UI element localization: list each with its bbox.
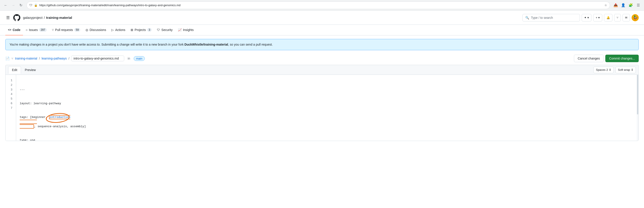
info-banner-text-after: , so you can send a pull request. [228, 43, 273, 46]
repo-owner[interactable]: galaxyproject [23, 16, 42, 20]
edit-tab[interactable]: Edit [8, 66, 21, 74]
security-icon: 🛡 [157, 28, 160, 32]
breadcrumb-sep-1: / [39, 57, 40, 60]
info-banner: You're making changes in a project you d… [5, 39, 639, 50]
hamburger-button[interactable]: ☰ [5, 14, 10, 21]
tab-code[interactable]: <> Code [5, 25, 23, 35]
extensions-icon[interactable]: 🧩 [628, 2, 634, 9]
repo-path: galaxyproject / training-material [23, 16, 72, 20]
search-icon: 🔍 [525, 16, 529, 20]
tab-security[interactable]: 🛡 Security [154, 25, 175, 35]
tab-insights[interactable]: 📈 Insights [175, 25, 196, 35]
line-num-1: 1 [9, 78, 14, 83]
tab-insights-label: Insights [183, 28, 194, 32]
branch-badge: main [134, 56, 145, 61]
browser-chrome: ← → ↻ 🛡 🔒 https://github.com/galaxyproje… [0, 0, 644, 11]
in-label: in [128, 57, 130, 60]
copilot-icon: ✦ [584, 16, 586, 19]
git-compare-button[interactable]: ⑂ [614, 14, 621, 22]
info-banner-text-before: You're making changes in a project you d… [10, 43, 184, 46]
tab-security-label: Security [161, 28, 172, 32]
plus-button[interactable]: + ▾ [593, 14, 602, 22]
code-line-4: type: use [20, 138, 635, 141]
softwrap-label: Soft wrap [618, 68, 630, 72]
insights-icon: 📈 [178, 28, 182, 32]
file-icon: 📄 [5, 56, 10, 61]
back-button[interactable]: ← [3, 2, 9, 9]
code-editor[interactable]: 1 2 3 4 5 6 7 --- layout: learning-pathw… [5, 75, 639, 141]
inbox-button[interactable]: ✉ [622, 14, 630, 22]
issues-badge: 297 [39, 28, 47, 32]
tab-code-label: Code [12, 28, 20, 32]
star-icon: ☆ [604, 4, 607, 7]
fork-icon: ⑂ [12, 57, 13, 60]
search-placeholder: Type / to search [531, 16, 553, 20]
commit-changes-button[interactable]: Commit changes... [605, 55, 639, 62]
tab-pull-requests-label: Pull requests [55, 28, 73, 32]
lock-icon: 🔒 [34, 4, 38, 7]
shield-icon: 🛡 [30, 4, 32, 7]
path-separator: / [44, 16, 45, 20]
line-num-2: 2 [9, 83, 14, 88]
tab-pull-requests[interactable]: ⑂ Pull requests 59 [49, 25, 83, 35]
tab-actions[interactable]: ▷ Actions [109, 25, 128, 35]
line-num-7: 7 [9, 106, 14, 111]
breadcrumb-repo-link[interactable]: training-material [15, 57, 37, 60]
editor-header: 📄 ⑂ training-material / learning-pathway… [5, 55, 639, 62]
spaces-selector[interactable]: Spaces 2 ⇕ [594, 67, 614, 73]
profile-icon[interactable]: 👤 [620, 2, 626, 9]
browser-actions: 📥 👤 🧩 ☰ [612, 2, 641, 9]
issues-icon: ○ [26, 28, 28, 32]
code-lines: 1 2 3 4 5 6 7 --- layout: learning-pathw… [6, 75, 638, 141]
editor-tabs: Edit Preview [8, 66, 40, 74]
filename-input[interactable] [71, 56, 124, 61]
annotation-circle [46, 113, 70, 123]
spaces-value: 2 [606, 68, 608, 72]
tab-projects-label: Projects [134, 28, 146, 32]
header-left: ☰ galaxyproject / training-material [5, 14, 72, 21]
search-box[interactable]: 🔍 Type / to search [522, 14, 580, 22]
hamburger-icon: ☰ [6, 16, 10, 20]
menu-icon[interactable]: ☰ [635, 2, 641, 9]
main-content: You're making changes in a project you d… [0, 35, 644, 144]
editor-toolbar: Edit Preview Spaces 2 ⇕ Soft wrap ⇕ [5, 65, 639, 75]
tab-projects[interactable]: ⊞ Projects 3 [128, 25, 154, 35]
cancel-changes-button[interactable]: Cancel changes [574, 55, 604, 62]
user-avatar[interactable]: 🦆 [632, 14, 639, 21]
reload-button[interactable]: ↻ [18, 2, 24, 9]
softwrap-selector[interactable]: Soft wrap ⇕ [616, 67, 636, 73]
tab-issues-label: Issues [29, 28, 38, 32]
line-num-4: 4 [9, 92, 14, 97]
plus-icon: + [596, 16, 597, 19]
editor-controls: Spaces 2 ⇕ Soft wrap ⇕ [594, 67, 636, 73]
notifications-button[interactable]: 🔔 [604, 14, 612, 22]
info-banner-bold: DuckWhistle/training-material [184, 43, 228, 46]
forward-button[interactable]: → [10, 2, 16, 9]
actions-icon: ▷ [112, 28, 114, 32]
line-num-3: 3 [9, 88, 14, 92]
scrollbar-track[interactable] [637, 75, 638, 141]
svg-point-0 [46, 113, 70, 123]
highlighted-word: introduction [20, 115, 70, 129]
github-logo[interactable] [13, 14, 20, 21]
breadcrumb-path-link[interactable]: learning-pathways [42, 57, 67, 60]
github-header: ☰ galaxyproject / training-material 🔍 Ty… [0, 11, 644, 25]
inbox-icon: ✉ [625, 16, 628, 19]
browser-nav-buttons: ← → ↻ [3, 2, 24, 9]
pocket-icon[interactable]: 📥 [612, 2, 619, 9]
preview-tab[interactable]: Preview [21, 66, 40, 74]
address-bar[interactable]: 🛡 🔒 https://github.com/galaxyproject/tra… [26, 2, 610, 9]
github-nav: <> Code ○ Issues 297 ⑂ Pull requests 59 … [0, 25, 644, 35]
compare-icon: ⑂ [616, 16, 618, 19]
bell-icon: 🔔 [606, 16, 610, 19]
scrollbar-thumb[interactable] [637, 75, 638, 114]
copilot-button[interactable]: ✦ ▾ [582, 14, 592, 22]
code-content[interactable]: --- layout: learning-pathway tags: [begi… [16, 75, 638, 141]
tab-discussions[interactable]: ◎ Discussions [83, 25, 109, 35]
line-numbers: 1 2 3 4 5 6 7 [6, 75, 16, 141]
repo-name[interactable]: training-material [46, 16, 72, 20]
tab-issues[interactable]: ○ Issues 297 [23, 25, 49, 35]
pull-requests-badge: 59 [74, 28, 80, 32]
discussions-icon: ◎ [86, 28, 88, 32]
code-line-2: layout: learning-pathway [20, 101, 635, 106]
